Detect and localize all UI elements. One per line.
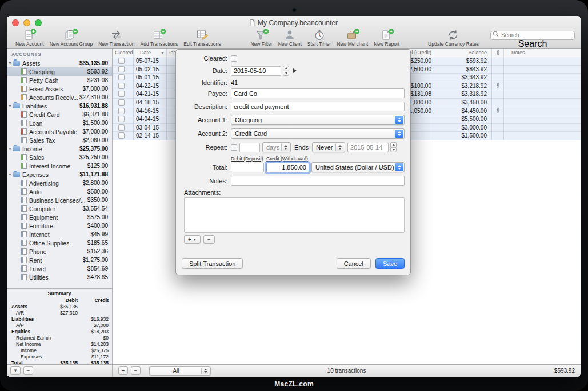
identifier-field-label: Identifier: <box>182 79 227 86</box>
column-header-notes[interactable]: Notes <box>511 49 525 57</box>
column-header-balance[interactable]: Balance <box>436 49 487 57</box>
sidebar-item-interest-income[interactable]: Interest Income$125.00 <box>7 162 112 170</box>
sidebar-item-sales-tax[interactable]: Sales Tax$2,060.00 <box>7 136 112 144</box>
new-client-button[interactable]: New Client <box>275 28 305 47</box>
column-header-cleared[interactable]: Cleared <box>115 49 133 57</box>
account2-popup[interactable]: Credit Card <box>231 128 405 139</box>
new-merchant-button[interactable]: New Merchant <box>334 28 371 47</box>
sidebar-item-petty-cash[interactable]: Petty Cash$231.08 <box>7 76 112 84</box>
cleared-checkbox[interactable] <box>118 108 125 114</box>
sidebar-item-advertising[interactable]: Advertising$2,800.00 <box>7 179 112 187</box>
window-title: My Company.beancounter <box>7 19 581 27</box>
sidebar-item-liabilities[interactable]: ▼Liabilities$16,931.88 <box>7 102 112 110</box>
ends-popup[interactable]: Never <box>312 142 345 152</box>
disclosure-triangle-icon[interactable]: ▼ <box>7 147 13 151</box>
sidebar-item-utilities[interactable]: Utilities$478.65 <box>7 273 112 281</box>
cleared-checkbox[interactable] <box>118 116 125 122</box>
repeat-end-date-input[interactable] <box>347 143 389 152</box>
new-account-button[interactable]: New Account <box>13 28 47 47</box>
sidebar-item-income[interactable]: ▼Income$25,375.00 <box>7 144 112 153</box>
sidebar-item-business-licenses-[interactable]: Business Licenses/...$350.00 <box>7 196 112 204</box>
date-input[interactable] <box>231 66 281 76</box>
sidebar-item-credit-card[interactable]: Credit Card$6,371.88 <box>7 110 112 119</box>
sidebar-item-sales[interactable]: Sales$25,250.00 <box>7 153 112 162</box>
total-credit-input[interactable] <box>266 163 309 172</box>
add-transactions-button[interactable]: Add Transactions <box>138 28 181 47</box>
edit-transactions-button[interactable]: Edit Transactions <box>181 28 223 47</box>
sidebar-item-chequing[interactable]: Chequing$593.92 <box>7 67 112 76</box>
remove-account-button[interactable]: − <box>23 366 33 375</box>
sidebar-item-expenses[interactable]: ▼Expenses$11,171.88 <box>7 170 112 179</box>
cleared-checkbox[interactable] <box>118 74 125 80</box>
disclosure-triangle-icon[interactable]: ▼ <box>7 172 13 176</box>
remove-transaction-button[interactable]: − <box>131 366 141 375</box>
cleared-checkbox[interactable] <box>118 132 125 139</box>
payee-input[interactable] <box>231 88 405 98</box>
repeat-unit-popup[interactable]: days <box>262 142 291 152</box>
column-header-attachment[interactable] <box>491 49 503 57</box>
stepper-down-icon[interactable] <box>283 71 289 76</box>
content-area: ACCOUNTS ▼Assets$35,135.00Chequing$593.9… <box>7 49 581 364</box>
search-field[interactable] <box>490 29 575 38</box>
sidebar-item-travel[interactable]: Travel$854.69 <box>7 264 112 273</box>
sidebar-item-office-supplies[interactable]: Office Supplies$185.65 <box>7 239 112 247</box>
sidebar-item-equipment[interactable]: Equipment$575.00 <box>7 213 112 221</box>
sidebar-item-assets[interactable]: ▼Assets$35,135.00 <box>7 59 112 67</box>
sidebar-item-loan[interactable]: Loan$1,500.00 <box>7 119 112 127</box>
new-report-button[interactable]: New Report <box>371 28 402 47</box>
attachments-dropzone[interactable] <box>184 197 405 233</box>
disclosure-triangle-icon[interactable]: ▼ <box>7 104 13 108</box>
cleared-checkbox[interactable] <box>118 124 125 131</box>
sidebar-item-internet[interactable]: Internet$45.99 <box>7 230 112 239</box>
description-input[interactable] <box>231 102 405 111</box>
filter-popup[interactable]: All <box>149 366 211 376</box>
cleared-checkbox[interactable] <box>118 99 125 106</box>
add-transaction-button[interactable]: + <box>118 366 128 375</box>
sidebar-item-furniture[interactable]: Furniture$400.00 <box>7 221 112 230</box>
cleared-checkbox[interactable] <box>118 83 125 89</box>
search-input[interactable] <box>490 31 575 40</box>
sidebar-item-accounts-payable[interactable]: Accounts Payable$7,000.00 <box>7 127 112 136</box>
cleared-checkbox[interactable] <box>118 91 125 97</box>
remove-attachment-button[interactable]: − <box>203 235 215 244</box>
column-header-date[interactable]: Date <box>140 49 151 57</box>
new-account-group-button[interactable]: New Account Group <box>47 28 96 47</box>
add-attachment-button[interactable]: +▼ <box>184 235 201 244</box>
start-timer-button[interactable]: Start Timer <box>305 28 334 47</box>
repeat-checkbox[interactable] <box>231 144 237 151</box>
repeat-end-date-stepper[interactable] <box>390 142 397 152</box>
sidebar-item-auto[interactable]: Auto$500.00 <box>7 187 112 196</box>
date-stepper[interactable] <box>283 66 289 76</box>
update-currency-rates-button[interactable]: Update Currency Rates <box>425 28 482 47</box>
transaction-count: 10 transactions <box>327 368 366 374</box>
sidebar-item-rent[interactable]: Rent$1,275.00 <box>7 256 112 264</box>
cleared-field-label: Cleared: <box>182 55 227 62</box>
account-amount: $16,931.88 <box>79 103 108 109</box>
notes-input[interactable] <box>231 176 405 186</box>
sidebar-item-computer[interactable]: Computer$3,554.54 <box>7 204 112 213</box>
split-transaction-button[interactable]: Split Transaction <box>182 258 243 269</box>
repeat-count-input[interactable] <box>239 143 260 152</box>
stepper-down-icon[interactable] <box>390 147 397 153</box>
save-button[interactable]: Save <box>375 258 405 269</box>
cleared-checkbox[interactable] <box>118 66 125 72</box>
sidebar-action-menu-button[interactable]: ▼ <box>10 366 21 375</box>
summary-label: Retained Earnings <box>10 335 51 341</box>
sidebar-item-fixed-assets[interactable]: Fixed Assets$7,000.00 <box>7 84 112 93</box>
cancel-button[interactable]: Cancel <box>337 258 371 269</box>
account1-popup[interactable]: Chequing <box>231 115 405 125</box>
transaction-date: 04-18-15 <box>136 99 159 107</box>
cleared-checkbox[interactable] <box>231 55 237 62</box>
new-transaction-button[interactable]: New Transaction <box>95 28 137 47</box>
sidebar-item-accounts-receiv-[interactable]: Accounts Receiv...$27,310.00 <box>7 93 112 102</box>
total-debit-input[interactable] <box>231 163 264 172</box>
disclosure-triangle-icon[interactable]: ▼ <box>7 61 13 65</box>
currency-popup[interactable]: United States (Dollar / USD) <box>311 162 405 172</box>
date-disclosure-icon[interactable] <box>293 68 297 73</box>
cleared-checkbox[interactable] <box>118 58 125 64</box>
stepper-up-icon[interactable] <box>283 66 289 71</box>
toolbar: New Account New Account Group New Transa… <box>7 27 581 49</box>
stepper-up-icon[interactable] <box>390 142 397 147</box>
new-filter-button[interactable]: New Filter <box>247 28 275 47</box>
sidebar-item-phone[interactable]: Phone$152.36 <box>7 247 112 256</box>
